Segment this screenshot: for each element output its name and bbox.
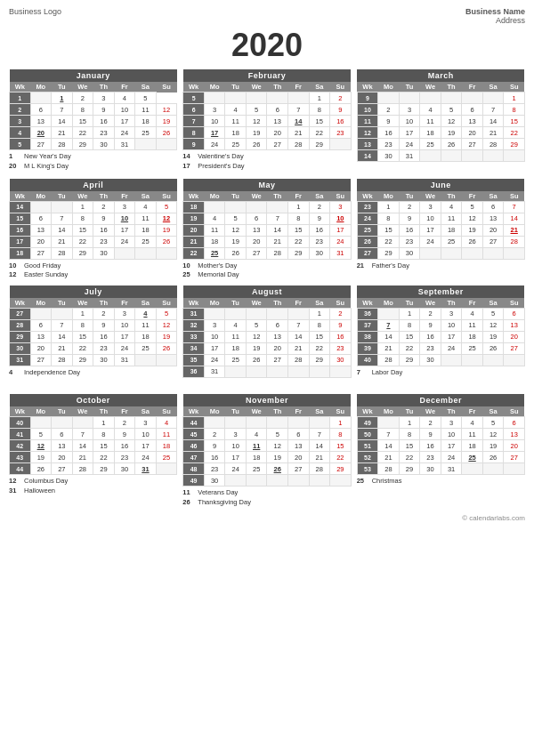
week-row: 512 xyxy=(183,92,351,104)
day-cell: 26 xyxy=(462,236,483,247)
day-cell: 23 xyxy=(309,236,330,247)
holiday-number: 12 xyxy=(9,477,21,487)
day-cell: 1 xyxy=(309,92,330,104)
week-row: 5078910111213 xyxy=(357,429,524,440)
day-cell: 6 xyxy=(482,201,504,213)
week-number: 46 xyxy=(183,440,205,452)
day-cell: 30 xyxy=(420,354,441,366)
day-cell: 27 xyxy=(246,247,267,259)
day-cell: 7 xyxy=(52,213,73,224)
day-cell: 12 xyxy=(156,213,177,224)
day-header-wk: Wk xyxy=(183,191,205,202)
day-header-mo: Mo xyxy=(378,191,400,202)
week-row: 3020212223242526 xyxy=(10,342,177,354)
day-cell xyxy=(52,417,73,429)
day-cell xyxy=(72,417,93,429)
month-name: February xyxy=(183,69,351,82)
day-cell xyxy=(246,417,267,429)
day-cell: 4 xyxy=(225,319,247,331)
day-cell: 22 xyxy=(378,236,400,247)
holiday-text: President's Day xyxy=(198,162,244,172)
holiday-note: 21Father's Day xyxy=(357,261,525,271)
day-cell: 28 xyxy=(52,247,73,259)
day-header-wk: Wk xyxy=(357,298,378,309)
day-cell xyxy=(378,308,400,319)
day-cell: 24 xyxy=(114,127,135,139)
day-cell xyxy=(330,366,352,377)
day-cell: 14 xyxy=(287,331,309,342)
day-cell: 22 xyxy=(287,236,309,247)
day-cell: 13 xyxy=(267,331,288,342)
day-cell: 1 xyxy=(72,308,93,319)
day-cell: 5 xyxy=(482,417,504,429)
day-cell: 4 xyxy=(156,417,177,429)
day-cell: 18 xyxy=(225,342,247,354)
day-cell: 12 xyxy=(482,319,504,331)
week-number: 38 xyxy=(357,331,378,342)
day-cell: 3 xyxy=(114,308,135,319)
day-cell: 6 xyxy=(52,429,73,440)
week-row: 2118192021222324 xyxy=(183,236,351,247)
day-cell: 8 xyxy=(309,104,330,116)
month-block-march: MarchWkMoTuWeThFrSaSu9110234567811910111… xyxy=(357,69,525,173)
day-header-we: We xyxy=(72,406,93,417)
month-holidays-empty xyxy=(182,380,351,390)
week-number: 43 xyxy=(10,452,31,463)
day-cell: 26 xyxy=(482,452,504,463)
day-cell: 20 xyxy=(462,127,483,139)
day-header-su: Su xyxy=(156,406,177,417)
day-cell: 14 xyxy=(309,440,330,452)
day-cell: 1 xyxy=(93,417,115,429)
month-name: September xyxy=(357,286,524,298)
day-cell: 15 xyxy=(72,224,93,236)
day-cell: 17 xyxy=(114,116,135,127)
day-cell: 8 xyxy=(504,104,525,116)
footer-note: © calendarlabs.com xyxy=(9,514,525,522)
calendars-grid: JanuaryWkMoTuWeThFrSaSu11234526789101112… xyxy=(9,69,525,507)
day-header-sa: Sa xyxy=(309,298,330,309)
day-header-sa: Sa xyxy=(135,406,157,417)
week-row: 3921222324252627 xyxy=(357,342,524,354)
day-cell: 13 xyxy=(482,213,504,224)
day-cell: 28 xyxy=(287,139,309,150)
month-holidays-empty xyxy=(357,164,525,173)
day-header-fr: Fr xyxy=(287,406,309,417)
day-header-wk: Wk xyxy=(183,406,205,417)
day-cell: 17 xyxy=(441,331,462,342)
day-header-fr: Fr xyxy=(287,298,309,309)
day-cell: 17 xyxy=(330,224,352,236)
day-cell: 26 xyxy=(225,247,247,259)
week-row: 312728293031 xyxy=(10,354,177,366)
day-cell xyxy=(204,308,225,319)
day-cell: 29 xyxy=(72,247,93,259)
day-header-tu: Tu xyxy=(52,298,73,309)
day-cell: 6 xyxy=(287,429,309,440)
day-cell: 25 xyxy=(462,452,483,463)
day-header-fr: Fr xyxy=(462,406,483,417)
week-number: 42 xyxy=(10,440,31,452)
day-cell: 12 xyxy=(441,116,462,127)
holiday-number: 12 xyxy=(9,270,21,280)
day-cell: 28 xyxy=(378,463,400,475)
day-cell: 24 xyxy=(399,139,420,150)
day-cell: 31 xyxy=(114,139,135,150)
week-row: 1827282930 xyxy=(10,247,177,259)
day-header-wk: Wk xyxy=(10,298,31,309)
day-cell: 22 xyxy=(309,342,330,354)
day-cell xyxy=(156,463,177,475)
day-cell: 7 xyxy=(52,104,73,116)
day-cell: 5 xyxy=(246,319,267,331)
month-holidays: 21Father's Day xyxy=(357,261,525,271)
day-header-tu: Tu xyxy=(225,191,247,202)
day-cell: 16 xyxy=(93,224,115,236)
day-cell: 9 xyxy=(420,319,441,331)
week-number: 9 xyxy=(357,92,378,104)
day-cell: 14 xyxy=(52,116,73,127)
day-header-we: We xyxy=(246,298,267,309)
day-cell: 28 xyxy=(378,354,400,366)
day-cell: 4 xyxy=(441,201,462,213)
day-cell: 9 xyxy=(420,429,441,440)
day-cell: 12 xyxy=(225,224,247,236)
day-header-wk: Wk xyxy=(183,298,205,309)
business-logo: Business Logo xyxy=(9,7,61,16)
